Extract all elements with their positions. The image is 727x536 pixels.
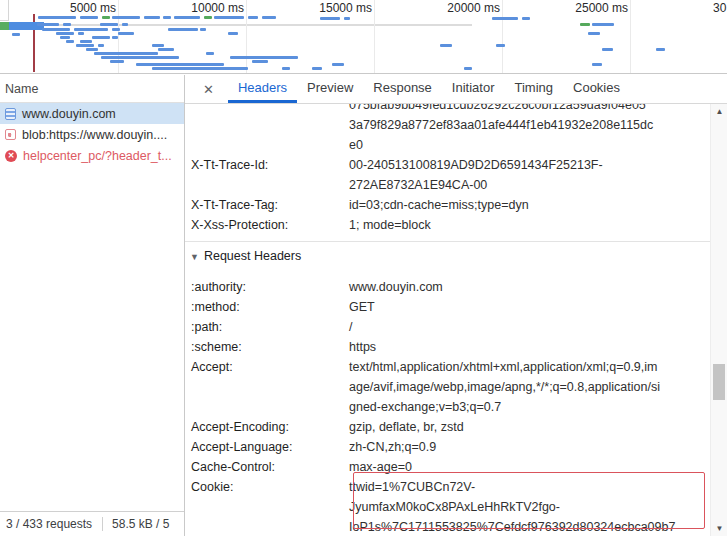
scroll-down-icon[interactable]: ▼: [711, 524, 727, 533]
header-name: Cache-Control:: [185, 457, 349, 477]
request-name-label: helpcenter_pc/?header_t...: [23, 149, 172, 163]
header-row: :scheme: https: [185, 337, 710, 357]
media-icon: [5, 129, 16, 140]
waterfall-bar: [248, 16, 258, 19]
waterfall-bar: [168, 28, 198, 31]
waterfall-bar: [440, 44, 452, 47]
waterfall-bar: [464, 67, 472, 70]
scroll-up-icon[interactable]: ▲: [711, 107, 727, 116]
error-icon: ✕: [5, 150, 17, 162]
waterfall-bar: [56, 32, 74, 35]
waterfall-bar: [152, 44, 164, 47]
ruler-time-label: 30: [713, 1, 726, 15]
request-name-label: www.douyin.com: [22, 107, 116, 121]
waterfall-bar: [66, 40, 74, 43]
waterfall-bar: [174, 16, 200, 19]
header-value: www.douyin.com: [349, 277, 695, 297]
scrollbar-thumb[interactable]: [713, 364, 725, 400]
ruler-gridline: [374, 0, 375, 73]
header-value: GET: [349, 297, 695, 317]
tab-preview[interactable]: Preview: [297, 75, 363, 103]
request-row[interactable]: www.douyin.com: [0, 103, 184, 124]
waterfall-bar: [228, 32, 238, 35]
section-title: Request Headers: [204, 249, 301, 263]
header-row: X-Tt-Trace-Id: 00-240513100819AD9D2D6591…: [185, 155, 710, 195]
header-row: Accept: text/html,application/xhtml+xml,…: [185, 357, 710, 417]
waterfall-bar: [94, 52, 158, 55]
waterfall-bar: [332, 63, 344, 66]
network-main-panel: Name www.douyin.com blob:https://www.dou…: [0, 75, 727, 536]
header-value: 075bfab9bb49fed1cdb26292c26c0bf12a59da9f…: [349, 104, 695, 155]
ruler-gridline: [246, 0, 247, 73]
waterfall-bar: [262, 16, 276, 19]
status-divider: [102, 517, 103, 531]
tab-response[interactable]: Response: [363, 75, 442, 103]
tab-initiator[interactable]: Initiator: [442, 75, 505, 103]
waterfall-bar: [158, 48, 174, 51]
request-headers-section-header[interactable]: ▼Request Headers: [185, 241, 710, 277]
header-row: Cookie: ttwid=1%7CUBCn72V- JyumfaxM0koCx…: [185, 477, 710, 536]
header-row: 075bfab9bb49fed1cdb26292c26c0bf12a59da9f…: [185, 104, 710, 155]
waterfall-bar: [496, 44, 505, 47]
headers-content: 075bfab9bb49fed1cdb26292c26c0bf12a59da9f…: [185, 104, 710, 536]
waterfall-bar: [112, 36, 118, 39]
request-name-label: blob:https://www.douyin....: [22, 128, 167, 142]
cookie-value-highlighted: ttwid=1%7CUBCn72V- JyumfaxM0koCx8PAxLeHh…: [349, 477, 695, 536]
header-value: gzip, deflate, br, zstd: [349, 417, 695, 437]
waterfall-bar: [101, 56, 179, 59]
waterfall-bar: [42, 28, 70, 31]
waterfall-bar: [76, 44, 94, 47]
waterfall-bar: [86, 48, 98, 51]
waterfall-bar: [136, 63, 224, 66]
waterfall-bar: [522, 17, 530, 20]
name-column-header[interactable]: Name: [0, 75, 184, 103]
waterfall-bar: [110, 60, 124, 63]
requests-list-pane: Name www.douyin.com blob:https://www.dou…: [0, 75, 185, 536]
waterfall-bar: [344, 17, 350, 20]
header-row: :method: GET: [185, 297, 710, 317]
header-row: Accept-Encoding: gzip, deflate, br, zstd: [185, 417, 710, 437]
waterfall-bar: [592, 23, 614, 26]
ruler-gridline: [630, 0, 631, 73]
header-row: X-Xss-Protection: 1; mode=block: [185, 215, 710, 235]
waterfall-bar: [37, 23, 59, 26]
header-row: Accept-Language: zh-CN,zh;q=0.9: [185, 437, 710, 457]
header-value: https: [349, 337, 695, 357]
waterfall-bar: [200, 28, 206, 31]
waterfall-bar: [80, 40, 92, 43]
waterfall-bar: [80, 16, 98, 19]
waterfall-bar: [492, 17, 518, 20]
devtools-network-panel: 5000 ms10000 ms15000 ms20000 ms25000 ms3…: [0, 0, 727, 536]
waterfall-bar: [152, 67, 248, 70]
waterfall-bar: [282, 67, 290, 70]
waterfall-bar: [320, 17, 340, 20]
header-name: X-Tt-Trace-Id:: [185, 155, 349, 195]
header-name: :authority:: [185, 277, 349, 297]
request-row[interactable]: blob:https://www.douyin....: [0, 124, 184, 145]
requests-list: www.douyin.com blob:https://www.douyin..…: [0, 103, 184, 166]
header-value: text/html,application/xhtml+xml,applicat…: [349, 357, 695, 417]
waterfall-bar: [312, 67, 322, 70]
waterfall-bar: [592, 63, 602, 66]
header-name: X-Tt-Trace-Tag:: [185, 195, 349, 215]
network-overview-pane[interactable]: 5000 ms10000 ms15000 ms20000 ms25000 ms3…: [0, 0, 727, 74]
waterfall-bar: [112, 16, 140, 19]
selected-request-bar-waiting: [0, 22, 9, 30]
waterfall-bar: [78, 32, 84, 35]
response-headers-rows: 075bfab9bb49fed1cdb26292c26c0bf12a59da9f…: [185, 104, 710, 235]
waterfall-bar: [588, 32, 600, 35]
waterfall-bar: [204, 16, 212, 19]
close-icon[interactable]: ✕: [197, 82, 220, 97]
chevron-down-icon: ▼: [190, 252, 199, 262]
header-value: id=03;cdn-cache=miss;type=dyn: [349, 195, 695, 215]
header-name: X-Xss-Protection:: [185, 215, 349, 235]
vertical-scrollbar[interactable]: ▲ ▼: [710, 104, 727, 536]
tab-timing[interactable]: Timing: [504, 75, 563, 103]
tab-headers[interactable]: Headers: [228, 75, 297, 103]
request-row[interactable]: ✕ helpcenter_pc/?header_t...: [0, 145, 184, 166]
header-row: :path: /: [185, 317, 710, 337]
ruler-time-label: 25000 ms: [575, 1, 628, 15]
waterfall-bar: [206, 52, 214, 55]
ruler-time-label: 10000 ms: [191, 1, 244, 15]
tab-cookies[interactable]: Cookies: [563, 75, 630, 103]
